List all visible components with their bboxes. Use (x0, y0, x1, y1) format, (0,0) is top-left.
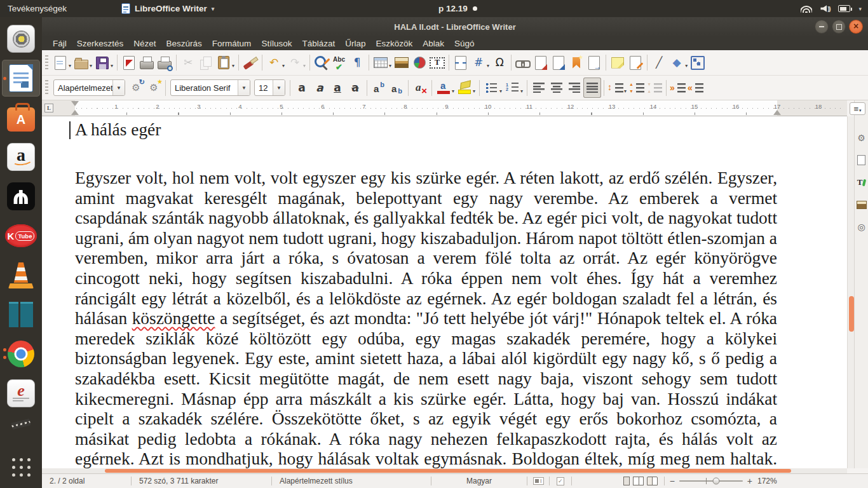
insert-hyperlink-button[interactable] (514, 53, 532, 73)
zoom-slider[interactable] (679, 480, 743, 482)
superscript-button[interactable] (370, 78, 388, 98)
tab-stop-type-selector[interactable]: L (44, 104, 53, 112)
multi-page-view-button[interactable] (633, 477, 644, 485)
find-replace-button[interactable] (313, 53, 330, 73)
system-indicators[interactable]: ▾ (801, 4, 862, 13)
sidebar-tab-properties[interactable] (855, 130, 868, 146)
menubar-item-11[interactable]: Súgó (449, 38, 480, 49)
underline-button[interactable]: a (329, 78, 346, 98)
save-button[interactable]: ▾ (93, 53, 114, 73)
dock-item-show-applications[interactable] (2, 449, 40, 485)
font-color-button[interactable]: ▾ (435, 78, 456, 98)
line-spacing-button[interactable]: ▾ (607, 78, 628, 98)
bullets-button[interactable]: ▾ (482, 78, 503, 98)
dock-item-ktube[interactable]: KTube (2, 217, 40, 254)
align-right-button[interactable] (566, 78, 583, 98)
print-button[interactable] (138, 53, 156, 73)
spelling-button[interactable] (330, 53, 348, 73)
justify-button[interactable] (583, 78, 601, 98)
highlight-color-dropdown[interactable]: ▾ (473, 88, 475, 94)
insert-image-button[interactable] (393, 53, 410, 73)
dock-item-mic-app[interactable] (2, 178, 40, 215)
insert-endnote-button[interactable] (550, 53, 567, 73)
titlebar[interactable]: HALA II.odt - LibreOffice Writer (42, 17, 868, 37)
save-dropdown[interactable]: ▾ (111, 63, 113, 69)
insert-line-button[interactable]: ╱ (650, 53, 668, 73)
new-dropdown[interactable]: ▾ (69, 63, 71, 69)
font-name-combobox[interactable]: Liberation Serif▼ (170, 79, 250, 96)
insert-chart-button[interactable] (410, 53, 428, 73)
paste-dropdown[interactable]: ▾ (232, 63, 234, 69)
open-button[interactable]: ▾ (72, 53, 93, 73)
insert-cross-reference-button[interactable] (585, 53, 603, 73)
dock-item-speaker-app[interactable] (2, 20, 40, 57)
bold-button[interactable]: a (293, 78, 311, 98)
highlight-color-button[interactable]: ▾ (456, 78, 477, 98)
paragraph-style-dropdown[interactable]: ▼ (112, 80, 125, 95)
menubar-item-8[interactable]: Űrlap (340, 38, 370, 49)
insert-field-dropdown[interactable]: ▾ (487, 63, 489, 69)
menubar-item-1[interactable]: Fájl (48, 38, 72, 49)
clock-button[interactable]: p 12.19 (438, 4, 477, 13)
clone-formatting-button[interactable] (241, 53, 259, 73)
horizontal-scrollbar[interactable] (42, 468, 847, 473)
insert-page-break-button[interactable] (452, 53, 470, 73)
horizontal-scrollbar-thumb[interactable] (105, 469, 791, 473)
dock-item-mail-app[interactable] (2, 375, 40, 412)
clear-formatting-button[interactable] (411, 78, 429, 98)
align-center-button[interactable] (548, 78, 566, 98)
subscript-button[interactable] (388, 78, 405, 98)
document-canvas[interactable]: A hálás egér Egyszer volt, hol nem volt,… (42, 116, 847, 468)
increase-paragraph-spacing-button[interactable] (628, 78, 646, 98)
sidebar-settings-button[interactable] (850, 102, 865, 115)
menubar-item-3[interactable]: Nézet (128, 38, 161, 49)
sidebar-tab-navigator[interactable] (855, 219, 868, 235)
zoom-out-button[interactable]: − (670, 476, 675, 486)
align-left-button[interactable] (530, 78, 548, 98)
track-changes-button[interactable] (627, 53, 644, 73)
menubar-item-7[interactable]: Táblázat (297, 38, 340, 49)
toolbar-handle[interactable] (45, 55, 48, 71)
menubar-item-2[interactable]: Szerkesztés (72, 38, 129, 49)
right-indent-marker[interactable] (773, 110, 781, 115)
toolbar-handle[interactable] (45, 80, 48, 95)
insert-bookmark-button[interactable] (567, 53, 585, 73)
first-line-indent-marker[interactable] (71, 101, 79, 106)
book-view-button[interactable] (647, 477, 658, 485)
increase-indent-button[interactable] (669, 78, 687, 98)
selection-mode-button[interactable] (527, 477, 549, 485)
page-count[interactable]: 2. / 2 oldal (42, 477, 131, 485)
decrease-indent-button[interactable] (687, 78, 705, 98)
line-spacing-dropdown[interactable]: ▾ (624, 88, 627, 94)
basic-shapes-button[interactable]: ◆▾ (668, 53, 689, 73)
bullets-dropdown[interactable]: ▾ (499, 88, 502, 94)
new-button[interactable]: ▾ (51, 53, 72, 73)
export-pdf-button[interactable] (120, 53, 138, 73)
menubar-item-9[interactable]: Eszközök (370, 38, 417, 49)
draw-functions-button[interactable] (689, 53, 707, 73)
insert-table-dropdown[interactable]: ▾ (389, 63, 391, 69)
font-size-combobox[interactable]: 12▼ (254, 79, 285, 96)
numbering-button[interactable]: ▾ (503, 78, 524, 98)
menubar-item-10[interactable]: Ablak (417, 38, 449, 49)
close-button[interactable] (849, 20, 863, 34)
update-style-button[interactable] (127, 78, 145, 98)
open-dropdown[interactable]: ▾ (90, 63, 92, 69)
font-color-dropdown[interactable]: ▾ (452, 88, 454, 94)
left-indent-marker[interactable] (71, 110, 79, 115)
numbering-dropdown[interactable]: ▾ (520, 88, 523, 94)
print-preview-button[interactable] (156, 53, 173, 73)
vertical-scrollbar-thumb[interactable] (849, 296, 854, 332)
insert-table-button[interactable]: ▾ (372, 53, 393, 73)
zoom-level[interactable]: 172% (757, 477, 787, 485)
redo-dropdown[interactable]: ▾ (303, 63, 306, 69)
dock-item-libreoffice-writer[interactable] (2, 60, 40, 97)
insert-comment-button[interactable] (609, 53, 627, 73)
undo-dropdown[interactable]: ▾ (282, 63, 285, 69)
insert-textbox-button[interactable] (428, 53, 446, 73)
minimize-button[interactable] (815, 20, 829, 34)
maximize-button[interactable] (832, 20, 846, 34)
single-page-view-button[interactable] (623, 477, 630, 485)
sidebar-tab-gallery[interactable] (855, 196, 868, 213)
activities-button[interactable]: Tevékenységek (8, 4, 67, 13)
